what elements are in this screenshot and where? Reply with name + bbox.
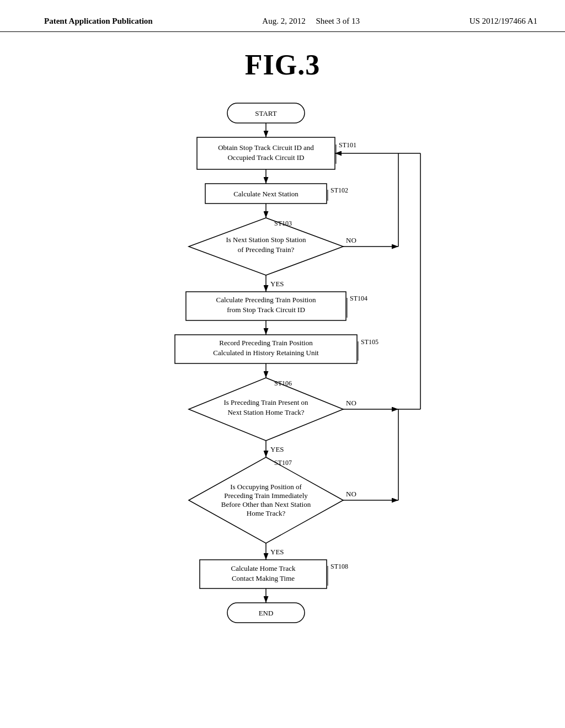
st107-line3: Before Other than Next Station xyxy=(221,500,311,508)
st103-no-label: NO xyxy=(346,236,356,244)
st106-yes-label: YES xyxy=(270,445,284,453)
st106-no-label: NO xyxy=(346,399,356,407)
st108-steplabel: ST108 xyxy=(331,563,348,570)
st103-line1: Is Next Station Stop Station xyxy=(226,235,306,244)
st108-line2: Contact Making Time xyxy=(232,574,295,582)
st107-line1: Is Occupying Position of xyxy=(230,483,302,491)
st104-line1: Calculate Preceding Train Position xyxy=(216,296,316,304)
st103-line2: of Preceding Train? xyxy=(238,245,295,254)
flowchart: text { font-family: 'Times New Roman', T… xyxy=(89,92,476,699)
st105-line2: Calculated in History Retaining Unit xyxy=(213,349,319,357)
st107-yes-label: YES xyxy=(270,548,284,556)
st107-no-label: NO xyxy=(346,490,356,498)
end-label: END xyxy=(259,609,274,617)
page: Patent Application Publication Aug. 2, 2… xyxy=(0,0,565,728)
st105-steplabel: ST105 xyxy=(361,338,379,346)
st101-line2: Occupied Track Circuit ID xyxy=(227,153,304,162)
st102-steplabel: ST102 xyxy=(331,186,348,194)
st108-line1: Calculate Home Track xyxy=(231,564,296,572)
st106-steplabel: ST106 xyxy=(274,379,292,387)
st106-line2: Next Station Home Track? xyxy=(227,408,304,416)
st107-steplabel: ST107 xyxy=(274,459,292,467)
st104-steplabel: ST104 xyxy=(350,295,367,302)
figure-title: FIG.3 xyxy=(0,49,565,81)
publication-date: Aug. 2, 2012 xyxy=(262,17,305,25)
header-center: Aug. 2, 2012 Sheet 3 of 13 xyxy=(262,17,360,26)
header: Patent Application Publication Aug. 2, 2… xyxy=(0,0,565,32)
st103-yes-label: YES xyxy=(270,280,284,288)
st104-line2: from Stop Track Circuit ID xyxy=(227,306,305,314)
st105-line1: Record Preceding Train Position xyxy=(219,339,313,347)
sheet-info: Sheet 3 of 13 xyxy=(316,17,360,25)
patent-publication-label: Patent Application Publication xyxy=(44,17,153,26)
start-label: START xyxy=(255,109,276,117)
st103-steplabel: ST103 xyxy=(274,220,292,227)
st102-text: Calculate Next Station xyxy=(233,190,299,198)
st101-steplabel: ST101 xyxy=(339,141,356,149)
flowchart-svg: text { font-family: 'Times New Roman', T… xyxy=(89,92,476,699)
st101-line1: Obtain Stop Track Circuit ID and xyxy=(218,143,314,152)
st106-line1: Is Preceding Train Present on xyxy=(223,398,308,406)
patent-number: US 2012/197466 A1 xyxy=(470,17,537,26)
st107-line4: Home Track? xyxy=(247,509,286,517)
st107-line2: Preceding Train Immediately xyxy=(224,491,308,500)
